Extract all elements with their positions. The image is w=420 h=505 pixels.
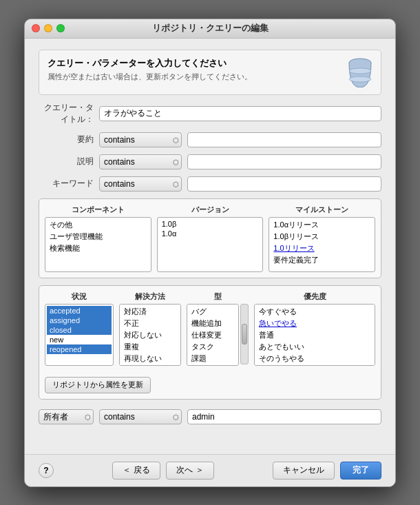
summary-select-wrapper: contains ⬡ <box>99 132 182 147</box>
titlebar: リポジトリ・クエリーの編集 <box>25 19 395 39</box>
resolution-list[interactable]: 対応済 不正 対応しない 重複 再現しない <box>119 304 181 366</box>
bottom-lists-section: 状況 accepted assigned closed new reopened… <box>39 285 381 400</box>
footer-left: ? <box>39 463 54 478</box>
subtext: 属性が空または古い場合は、更新ボタンを押してください。 <box>48 72 252 82</box>
description-label: 説明 <box>39 156 94 167</box>
list-item[interactable]: 1.0β <box>159 219 262 229</box>
status-list[interactable]: accepted assigned closed new reopened <box>45 304 114 366</box>
list-item[interactable]: 対応済 <box>121 306 179 318</box>
footer-center: ＜ 戻る 次へ ＞ <box>112 462 214 480</box>
version-list[interactable]: 1.0β 1.0α <box>157 217 264 272</box>
list-item[interactable]: 再現しない <box>121 353 179 364</box>
footer: ? ＜ 戻る 次へ ＞ キャンセル 完了 <box>25 454 395 486</box>
heading: クエリー・パラメーターを入力してください <box>48 57 252 70</box>
done-button[interactable]: 完了 <box>340 462 381 480</box>
list-item[interactable]: タスク <box>189 341 237 353</box>
list-item[interactable]: 課題 <box>189 353 237 364</box>
summary-input[interactable] <box>187 132 381 147</box>
list-item[interactable]: 1.0リリース <box>271 243 373 254</box>
component-list[interactable]: その他 ユーザ管理機能 検索機能 <box>45 217 151 272</box>
list-item[interactable]: 検索機能 <box>47 243 149 254</box>
back-button[interactable]: ＜ 戻る <box>112 462 160 480</box>
traffic-lights <box>32 24 65 32</box>
update-btn-row: リポジトリから属性を更新 <box>45 371 375 393</box>
list-item[interactable]: reopened <box>47 344 112 354</box>
keyword-input[interactable] <box>187 176 381 192</box>
resolution-column: 解決方法 対応済 不正 対応しない 重複 再現しない <box>119 291 181 366</box>
svg-point-2 <box>349 76 371 82</box>
list-item[interactable]: closed <box>47 325 112 335</box>
list-item[interactable]: accepted <box>47 306 112 316</box>
status-column: 状況 accepted assigned closed new reopened <box>45 291 114 366</box>
list-item[interactable]: 1.0αリリース <box>271 219 373 231</box>
list-item[interactable]: バグ <box>189 306 237 318</box>
filter-condition-select[interactable]: contains <box>99 409 182 424</box>
priority-column: 優先度 今すぐやる 急いでやる 普通 あとでもいい そのうちやる <box>254 291 375 366</box>
cancel-button[interactable]: キャンセル <box>273 462 335 480</box>
summary-row: 要約 contains ⬡ <box>39 132 381 147</box>
list-item[interactable]: 対応しない <box>121 329 179 341</box>
help-button[interactable]: ? <box>39 463 54 478</box>
list-item[interactable]: 仕様変更 <box>189 329 237 341</box>
list-item[interactable]: 急いでやる <box>256 318 373 329</box>
filter-condition-select-wrapper: contains ⬡ <box>99 409 182 424</box>
zoom-button[interactable] <box>56 24 65 32</box>
list-item[interactable]: 要件定義完了 <box>271 254 373 266</box>
title-label: クエリー・タイトル： <box>39 102 94 125</box>
header-section: クエリー・パラメーターを入力してください 属性が空または古い場合は、更新ボタンを… <box>39 50 381 95</box>
main-window: リポジトリ・クエリーの編集 クエリー・パラメーターを入力してください 属性が空ま… <box>24 19 396 487</box>
minimize-button[interactable] <box>44 24 52 32</box>
type-column: 型 バグ 機能追加 仕様変更 タスク 課題 <box>187 291 249 366</box>
list-item[interactable]: 普通 <box>256 329 373 341</box>
filter-value-input[interactable] <box>187 409 381 424</box>
component-column: コンポーネント その他 ユーザ管理機能 検索機能 <box>45 205 151 272</box>
svg-point-1 <box>349 68 371 74</box>
top-lists-row: コンポーネント その他 ユーザ管理機能 検索機能 バージョン 1.0β 1.0α <box>45 205 375 272</box>
window-title: リポジトリ・クエリーの編集 <box>152 22 269 34</box>
version-column: バージョン 1.0β 1.0α <box>157 205 264 272</box>
database-icon <box>348 57 372 87</box>
milestone-list[interactable]: 1.0αリリース 1.0βリリース 1.0リリース 要件定義完了 <box>269 217 375 272</box>
keyword-condition-select[interactable]: contains <box>99 176 182 192</box>
owner-select[interactable]: 所有者 <box>39 409 94 424</box>
list-item[interactable]: 今すぐやる <box>256 306 373 318</box>
bottom-lists-row: 状況 accepted assigned closed new reopened… <box>45 291 375 366</box>
milestone-column: マイルストーン 1.0αリリース 1.0βリリース 1.0リリース 要件定義完了 <box>269 205 375 272</box>
list-item[interactable]: その他 <box>47 219 149 231</box>
type-scroll-wrapper: バグ 機能追加 仕様変更 タスク 課題 <box>187 304 249 366</box>
list-item[interactable]: assigned <box>47 316 112 325</box>
update-attributes-button[interactable]: リポジトリから属性を更新 <box>45 377 151 393</box>
title-input[interactable] <box>99 106 381 121</box>
next-button[interactable]: 次へ ＞ <box>166 462 214 480</box>
priority-list[interactable]: 今すぐやる 急いでやる 普通 あとでもいい そのうちやる <box>254 304 375 366</box>
list-item[interactable]: ユーザ管理機能 <box>47 231 149 243</box>
priority-header: 優先度 <box>254 291 375 302</box>
list-item[interactable]: そのうちやる <box>256 353 373 364</box>
footer-right: キャンセル 完了 <box>273 462 381 480</box>
type-list[interactable]: バグ 機能追加 仕様変更 タスク 課題 <box>187 304 239 366</box>
title-row: クエリー・タイトル： <box>39 102 381 125</box>
description-input[interactable] <box>187 154 381 169</box>
description-condition-select[interactable]: contains <box>99 154 182 169</box>
list-item[interactable]: 1.0βリリース <box>271 231 373 243</box>
list-item[interactable]: 重複 <box>121 341 179 353</box>
type-header: 型 <box>187 291 249 302</box>
description-row: 説明 contains ⬡ <box>39 154 381 169</box>
list-item[interactable]: 不正 <box>121 318 179 329</box>
list-item[interactable]: あとでもいい <box>256 341 373 353</box>
version-header: バージョン <box>157 205 264 215</box>
resolution-header: 解決方法 <box>119 291 181 302</box>
type-scrollbar[interactable] <box>240 304 249 364</box>
filter-row: 所有者 ⬡ contains ⬡ <box>39 409 381 424</box>
summary-condition-select[interactable]: contains <box>99 132 182 147</box>
list-item[interactable]: 機能追加 <box>189 318 237 329</box>
summary-label: 要約 <box>39 134 94 145</box>
status-header: 状況 <box>45 291 114 302</box>
owner-select-wrapper: 所有者 ⬡ <box>39 409 94 424</box>
list-item[interactable]: 1.0α <box>159 229 262 238</box>
content-area: クエリー・パラメーターを入力してください 属性が空または古い場合は、更新ボタンを… <box>25 39 395 454</box>
close-button[interactable] <box>32 24 40 32</box>
type-scrollbar-thumb[interactable] <box>242 324 247 344</box>
list-item[interactable]: new <box>47 335 112 344</box>
header-text: クエリー・パラメーターを入力してください 属性が空または古い場合は、更新ボタンを… <box>48 57 252 82</box>
